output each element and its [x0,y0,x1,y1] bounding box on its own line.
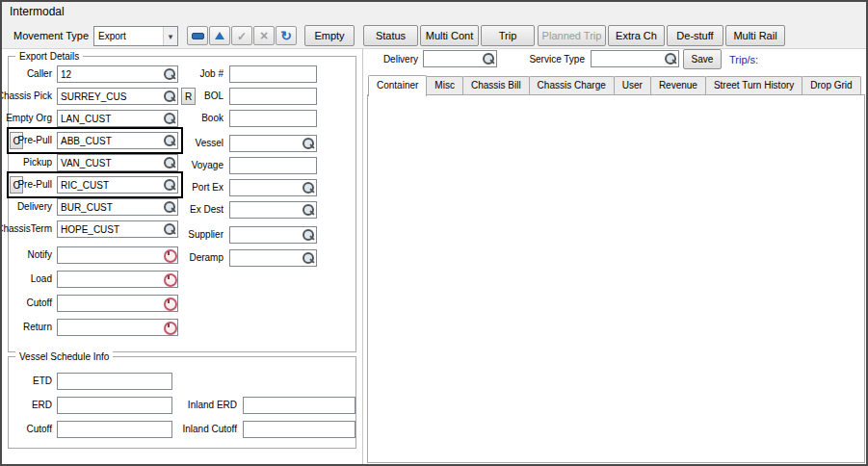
load-input[interactable] [58,272,163,287]
deramp-field[interactable] [229,249,317,267]
load-field[interactable] [57,271,178,288]
status-button[interactable]: Status [363,25,418,46]
inland-erd-field[interactable] [243,397,355,414]
port-ex-label: Port Ex [192,179,224,196]
ex-dest-field[interactable] [229,201,317,219]
tab-chassis-bill[interactable]: Chassis Bill [462,76,530,94]
extra-ch-button[interactable]: Extra Ch [608,25,665,46]
chassis-term-field[interactable] [57,220,178,238]
book-input[interactable] [230,111,315,126]
cutoff-input[interactable] [58,296,163,311]
tab-user[interactable]: User [614,76,651,94]
lookup-icon[interactable] [163,178,176,192]
caller-field[interactable] [57,65,178,83]
service-type-field[interactable] [591,50,679,67]
tab-chassis-charge[interactable]: Chassis Charge [529,76,615,94]
lookup-icon[interactable] [482,52,495,65]
empty-button[interactable]: Empty [304,25,355,46]
tab-misc[interactable]: Misc [426,76,463,94]
pre-pull-input-2[interactable] [58,177,163,193]
de-stuff-button[interactable]: De-stuff [667,25,723,46]
datetime-icon[interactable] [163,272,176,286]
vessel-input[interactable] [230,136,302,151]
datetime-icon[interactable] [163,248,176,262]
bol-field[interactable] [229,88,317,105]
erd-field[interactable] [57,397,172,414]
save-button[interactable]: Save [683,49,722,69]
pickup-field[interactable] [57,154,178,171]
tab-street-turn-history[interactable]: Street Turn History [705,76,802,94]
supplier-field[interactable] [229,226,317,244]
chevron-down-icon[interactable] [163,27,177,45]
service-type-input[interactable] [592,51,664,66]
delivery-field[interactable] [57,198,178,216]
delivery-header-field[interactable] [423,50,497,67]
lookup-icon[interactable] [302,181,315,194]
vs-cutoff-input[interactable] [58,422,171,437]
lookup-icon[interactable] [302,203,315,217]
vessel-field[interactable] [229,135,317,152]
ex-dest-input[interactable] [230,202,302,218]
notify-input[interactable] [58,247,163,263]
job-number-input[interactable] [230,66,315,82]
lookup-icon[interactable] [163,112,176,125]
lookup-icon[interactable] [163,156,176,169]
etd-input[interactable] [58,374,171,389]
caller-input[interactable] [58,66,163,82]
return-input[interactable] [58,320,163,335]
book-field[interactable] [229,110,317,127]
inland-cutoff-field[interactable] [243,421,355,438]
chassis-pick-r-button[interactable]: R [181,88,196,105]
tab-drop-grid[interactable]: Drop Grid [802,76,860,94]
up-arrow-button[interactable] [209,26,230,45]
lookup-icon[interactable] [302,251,315,265]
datetime-icon[interactable] [163,321,176,334]
lookup-icon[interactable] [302,228,315,242]
lookup-icon[interactable] [163,90,176,103]
erd-input[interactable] [58,398,171,413]
inland-erd-input[interactable] [244,398,354,413]
port-ex-input[interactable] [230,180,302,195]
chassis-pick-input[interactable] [58,89,163,104]
datetime-icon[interactable] [163,297,176,310]
return-field[interactable] [57,319,178,336]
voyage-field[interactable] [229,157,317,174]
lookup-icon[interactable] [163,200,176,214]
lookup-icon[interactable] [163,222,176,236]
etd-field[interactable] [57,373,172,390]
bol-input[interactable] [230,89,315,104]
lookup-icon[interactable] [163,67,176,81]
pre-pull-field-2[interactable] [57,176,178,194]
inland-cutoff-input[interactable] [244,422,354,437]
chassis-pick-label: Chassis Pick [0,88,52,105]
voyage-input[interactable] [230,158,315,173]
vs-cutoff-field[interactable] [57,421,172,438]
port-ex-field[interactable] [229,179,317,196]
cutoff-field[interactable] [57,295,178,312]
tab-container[interactable]: Container [368,75,427,96]
lookup-icon[interactable] [302,137,315,150]
refresh-button[interactable] [276,26,297,45]
lookup-icon[interactable] [163,134,176,147]
multi-rail-button[interactable]: Multi Rail [725,25,785,46]
blue-bar-button[interactable] [187,26,208,45]
multi-cont-button[interactable]: Multi Cont [420,25,479,46]
pickup-input[interactable] [58,155,163,170]
movement-type-select[interactable]: Export [93,26,178,46]
notify-field[interactable] [57,246,178,264]
deramp-input[interactable] [230,250,302,266]
pre-pull-field-1[interactable] [57,132,178,149]
supplier-input[interactable] [230,227,302,243]
chassis-term-input[interactable] [58,221,163,237]
empty-org-field[interactable] [57,110,178,127]
delivery-header-input[interactable] [424,51,482,66]
job-number-field[interactable] [229,65,317,83]
pre-pull-input-1[interactable] [58,133,163,148]
delivery-input[interactable] [58,199,163,215]
chassis-pick-field[interactable] [57,88,178,105]
trip-button[interactable]: Trip [481,25,535,46]
cancel-button [253,26,275,45]
lookup-icon[interactable] [664,52,677,65]
empty-org-input[interactable] [58,111,163,126]
tab-revenue[interactable]: Revenue [650,76,706,94]
